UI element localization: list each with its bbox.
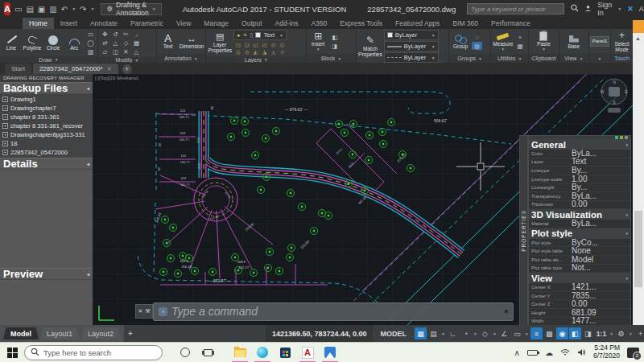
osnap-angle-icon[interactable]: ∠: [498, 327, 510, 339]
hatch-tool-icon[interactable]: ▨: [85, 47, 96, 56]
ribbon-tab-a360[interactable]: A360: [304, 18, 333, 29]
coordinates-display[interactable]: 1421369.50, 783724.44, 0.00: [266, 325, 374, 342]
offset-icon[interactable]: ◫: [110, 47, 121, 56]
expand-icon[interactable]: +: [2, 97, 8, 102]
scrollbar-thumb[interactable]: [634, 211, 642, 287]
file-explorer-button[interactable]: [229, 343, 251, 362]
layer-tool-icon[interactable]: ◵: [278, 41, 287, 48]
annotation-monitor-icon[interactable]: +: [634, 327, 644, 339]
ortho-icon[interactable]: ∟: [447, 327, 459, 339]
open-icon[interactable]: ▤: [26, 5, 33, 14]
ribbon-tab-performance[interactable]: Performance: [485, 18, 537, 29]
annotation-scale-icon[interactable]: 1:1: [595, 330, 608, 338]
start-button[interactable]: [0, 343, 24, 362]
command-expand-icon[interactable]: [505, 310, 508, 313]
layer-tool-icon[interactable]: ◰: [260, 41, 269, 48]
backup-file-item[interactable]: +Drawingchapter8pg313-331: [0, 130, 93, 139]
explode-icon[interactable]: △: [131, 47, 142, 56]
command-input-box[interactable]: ›: [153, 302, 514, 321]
volume-icon[interactable]: [577, 348, 586, 356]
property-value[interactable]: 1421...: [572, 283, 630, 291]
line-button[interactable]: Line: [2, 35, 21, 51]
viewcube-north[interactable]: N: [613, 80, 616, 84]
lineweight-icon[interactable]: ≡: [530, 327, 543, 339]
fillet-icon[interactable]: ◞: [131, 30, 142, 38]
backup-file-item[interactable]: +chapter 8 331-361_recover: [0, 121, 93, 130]
grid-icon[interactable]: ▦: [415, 327, 427, 339]
expand-icon[interactable]: +: [2, 141, 8, 146]
layer-tool-icon[interactable]: ◮: [260, 48, 269, 56]
sign-in-caret-icon[interactable]: ▼: [617, 6, 621, 11]
isodraft-icon-caret[interactable]: ▼: [493, 331, 497, 336]
palette-section-header[interactable]: View▾: [529, 273, 630, 283]
property-value[interactable]: 1.00: [572, 175, 630, 183]
property-value[interactable]: ByLa...: [572, 150, 630, 158]
close-icon[interactable]: ✕: [107, 66, 112, 72]
navigation-bar[interactable]: [608, 108, 621, 113]
polyline-button[interactable]: Polyline: [23, 35, 42, 51]
circle-button[interactable]: Circle: [43, 35, 63, 51]
edge-button[interactable]: [251, 343, 274, 362]
panel-footer-draw[interactable]: Draw▼: [0, 56, 97, 63]
layout-tab-model[interactable]: Model: [3, 327, 39, 339]
layer-tool-icon[interactable]: ◬: [269, 48, 278, 56]
transparency-icon[interactable]: ▩: [543, 327, 555, 339]
palette-section-header[interactable]: 3D Visualization▾: [529, 209, 630, 220]
dimension-button[interactable]: ↔Dimension: [180, 33, 204, 50]
taskbar-clock[interactable]: 5:24 PM 6/7/2020: [593, 344, 620, 360]
command-line-grip[interactable]: ✕ ⚒: [135, 304, 153, 319]
panel-footer-clipboard[interactable]: Clipboard: [529, 54, 558, 63]
ribbon-tab-add-ins[interactable]: Add-ins: [269, 18, 305, 29]
property-value[interactable]: 0.00: [572, 200, 630, 208]
panel-footer-modify[interactable]: Modify▼: [98, 57, 156, 63]
polar-tracking-icon-caret[interactable]: ▼: [473, 331, 477, 336]
polar-tracking-icon[interactable]: ◔: [460, 327, 472, 339]
rotate-icon[interactable]: ↺: [110, 30, 121, 38]
group-button[interactable]: Group: [451, 33, 470, 50]
panel-footer-layers[interactable]: Layers▼: [206, 56, 306, 63]
backup-files-header[interactable]: Backup Files◂: [0, 82, 93, 94]
battery-icon[interactable]: [527, 350, 538, 356]
taskbar-search[interactable]: [24, 345, 163, 360]
ungroup-icon[interactable]: ◌: [472, 33, 482, 41]
onedrive-icon[interactable]: ☁: [545, 348, 553, 357]
autocad-app-menu-icon[interactable]: A: [4, 2, 10, 15]
properties-palette-tab[interactable]: PROPERTIES: [519, 135, 528, 326]
arc-button[interactable]: Arc: [64, 35, 84, 51]
a360-icon[interactable]: ✕: [627, 5, 634, 13]
app-store-icon[interactable]: A·: [639, 5, 644, 13]
viewcube-west[interactable]: W: [601, 89, 605, 94]
palette-section-header[interactable]: Plot style▾: [529, 228, 630, 239]
undo-caret-icon[interactable]: ▼: [72, 6, 76, 11]
viewport-controls[interactable]: [-][Top][2D Wireframe]: [95, 76, 138, 80]
autoscale-icon[interactable]: ◨: [582, 327, 594, 339]
insert-button[interactable]: ⊞Insert▼: [308, 31, 328, 51]
workspace-selector[interactable]: ⚙ Drafting & Annotation ▼: [101, 3, 161, 15]
ribbon-tab-manage[interactable]: Manage: [197, 18, 235, 29]
expand-icon[interactable]: +: [2, 132, 8, 138]
redo-caret-icon[interactable]: ▼: [91, 6, 95, 11]
layer-tool-icon[interactable]: ◳: [233, 41, 242, 48]
text-button[interactable]: AText: [159, 33, 178, 50]
model-space-badge[interactable]: MODEL: [374, 330, 414, 338]
details-header[interactable]: Details◂: [0, 158, 93, 170]
workspace-switching-icon-caret[interactable]: ▼: [629, 331, 633, 336]
backup-file-item[interactable]: +chapter 8 331-361: [0, 113, 93, 121]
scroll-up-icon[interactable]: ▲: [635, 35, 641, 41]
property-value[interactable]: 1477...: [572, 317, 630, 325]
stretch-icon[interactable]: ▱: [100, 47, 110, 56]
task-view-button[interactable]: [196, 343, 219, 362]
viewcube[interactable]: N W E S: [601, 79, 629, 113]
property-value[interactable]: ByLa...: [572, 192, 630, 200]
lineweight-combo[interactable]: ByLayer▼: [384, 41, 439, 51]
annotation-scale-icon-caret[interactable]: ▼: [609, 331, 613, 336]
autocad-taskbar-button[interactable]: A: [296, 343, 319, 362]
ribbon-tab-output[interactable]: Output: [235, 18, 269, 29]
group-edit-icon[interactable]: ◍: [472, 42, 482, 50]
wifi-icon[interactable]: [560, 348, 570, 356]
background-scrollbar[interactable]: [633, 20, 644, 342]
id-point-icon[interactable]: +: [514, 33, 525, 41]
property-value[interactable]: 0.00: [572, 300, 630, 308]
taskbar-search-input[interactable]: [43, 348, 148, 357]
undo-icon[interactable]: ↶: [61, 5, 68, 14]
